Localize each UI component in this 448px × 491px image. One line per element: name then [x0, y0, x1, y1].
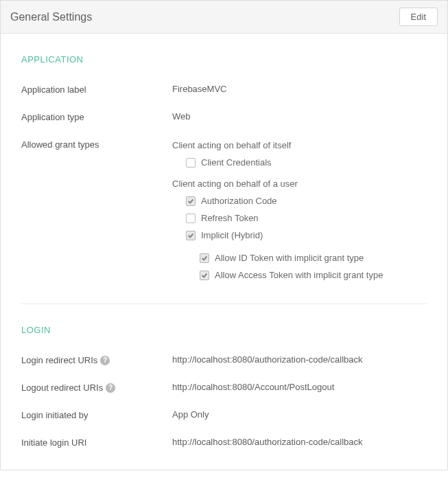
behalf-self-label: Client acting on behalf of itself [172, 140, 427, 150]
behalf-user-label: Client acting on behalf of a user [172, 179, 427, 189]
client-credentials-row: Client Credentials [186, 157, 427, 168]
login-redirect-value: http://localhost:8080/authorization-code… [172, 354, 427, 365]
application-type-label: Application type [21, 111, 172, 122]
auth-code-row: Authorization Code [186, 196, 427, 206]
application-label-value: FirebaseMVC [172, 84, 427, 95]
allow-access-token-row: Allow Access Token with implicit grant t… [200, 270, 427, 280]
login-redirect-row: Login redirect URIs ? http://localhost:8… [21, 354, 427, 365]
login-initiated-row: Login initiated by App Only [21, 409, 427, 420]
page-title: General Settings [10, 11, 92, 23]
application-label-row: Application label FirebaseMVC [21, 84, 427, 95]
initiate-uri-value: http://localhost:8080/authorization-code… [172, 437, 427, 448]
auth-code-checkbox[interactable] [186, 196, 196, 206]
login-initiated-label: Login initiated by [21, 409, 172, 420]
section-divider [21, 304, 427, 304]
logout-redirect-label: Logout redirect URIs ? [21, 382, 172, 393]
initiate-uri-label: Initiate login URI [21, 437, 172, 448]
panel-content: APPLICATION Application label FirebaseMV… [1, 34, 447, 470]
refresh-token-row: Refresh Token [186, 213, 427, 223]
login-section-title: LOGIN [21, 325, 427, 335]
implicit-label: Implicit (Hybrid) [201, 230, 263, 240]
refresh-token-label: Refresh Token [201, 213, 259, 223]
logout-redirect-value: http://localhost:8080/Account/PostLogout [172, 382, 427, 393]
login-redirect-label: Login redirect URIs ? [21, 354, 172, 365]
grant-types-row: Allowed grant types Client acting on beh… [21, 139, 427, 287]
edit-button[interactable]: Edit [399, 8, 438, 26]
logout-redirect-label-text: Logout redirect URIs [21, 382, 103, 393]
application-label-label: Application label [21, 84, 172, 95]
allow-access-token-checkbox[interactable] [200, 271, 209, 280]
implicit-row: Implicit (Hybrid) [186, 230, 427, 240]
client-credentials-checkbox[interactable] [186, 158, 196, 168]
help-icon[interactable]: ? [100, 356, 110, 365]
allow-id-token-row: Allow ID Token with implicit grant type [200, 253, 427, 263]
allow-id-token-label: Allow ID Token with implicit grant type [215, 253, 364, 263]
auth-code-label: Authorization Code [201, 196, 277, 206]
application-type-row: Application type Web [21, 111, 427, 122]
allow-id-token-checkbox[interactable] [200, 253, 209, 263]
initiate-uri-row: Initiate login URI http://localhost:8080… [21, 437, 427, 448]
client-credentials-label: Client Credentials [201, 157, 272, 168]
panel-header: General Settings Edit [1, 1, 447, 34]
login-initiated-value: App Only [172, 409, 427, 420]
application-type-value: Web [172, 111, 427, 122]
implicit-checkbox[interactable] [186, 231, 196, 240]
grant-types-value: Client acting on behalf of itself Client… [172, 139, 427, 287]
grant-types-label: Allowed grant types [21, 139, 172, 150]
allow-access-token-label: Allow Access Token with implicit grant t… [215, 270, 383, 280]
refresh-token-checkbox[interactable] [186, 214, 196, 223]
logout-redirect-row: Logout redirect URIs ? http://localhost:… [21, 382, 427, 393]
application-section-title: APPLICATION [21, 54, 427, 65]
settings-panel: General Settings Edit APPLICATION Applic… [0, 0, 448, 470]
login-redirect-label-text: Login redirect URIs [21, 355, 97, 365]
help-icon[interactable]: ? [106, 383, 115, 393]
